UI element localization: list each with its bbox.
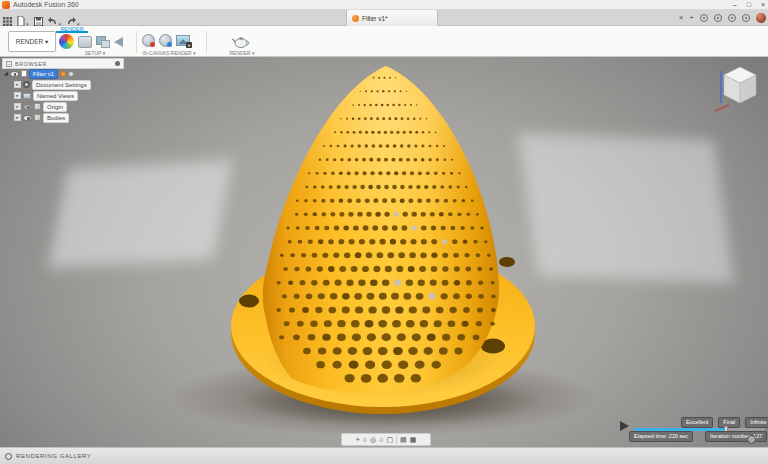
capture-image-icon[interactable]: + <box>176 35 190 46</box>
render-panel <box>232 34 250 48</box>
tab-bar: Filter v1* × + <box>0 10 768 26</box>
close-tab-button[interactable]: × <box>679 12 684 24</box>
render-play-button[interactable] <box>620 421 629 431</box>
browser-item-label[interactable]: Named Views <box>33 91 78 101</box>
expand-caret-icon[interactable]: ◢ <box>4 69 8 78</box>
browser-header[interactable]: − BROWSER <box>2 58 124 69</box>
new-tab-button[interactable]: + <box>689 12 694 24</box>
workspace-selector-button[interactable]: RENDER ▾ <box>8 31 56 52</box>
expand-arrow-icon[interactable]: ▸ <box>14 92 21 99</box>
title-bar: Autodesk Fusion 360 – □ × <box>0 0 768 10</box>
document-status-icon <box>352 15 359 22</box>
browser-item-label[interactable]: Origin <box>43 102 67 112</box>
named-views-icon <box>23 93 31 99</box>
document-tab-label: Filter v1* <box>362 15 388 22</box>
display-settings-icon[interactable]: ▤ <box>400 434 407 445</box>
setup-panel <box>59 34 123 49</box>
origin-folder-icon <box>34 103 41 110</box>
maximize-button[interactable]: □ <box>747 0 751 10</box>
save-button[interactable] <box>34 17 43 26</box>
fusion-logo-icon <box>2 1 10 9</box>
nav-separator <box>396 436 397 444</box>
in-canvas-render-panel: + <box>142 34 190 47</box>
grid-settings-icon[interactable]: ▦ <box>410 434 417 445</box>
data-panel-button[interactable] <box>3 17 12 26</box>
browser-panel: − BROWSER <box>2 58 124 69</box>
sync-status-icon <box>68 71 74 77</box>
in-canvas-render-group-label[interactable]: IN-CANVAS RENDER ▾ <box>138 50 200 56</box>
pan-icon[interactable]: + <box>356 434 360 445</box>
navigation-toolbar: + ○ ◎ ○ ▢ ▤ ▦ <box>341 433 431 446</box>
in-canvas-render-icon[interactable] <box>142 34 155 47</box>
visibility-eye-icon[interactable] <box>23 104 32 110</box>
bodies-folder-icon <box>34 114 41 121</box>
in-canvas-render-settings-icon[interactable] <box>159 34 172 47</box>
appearance-icon[interactable] <box>59 34 74 49</box>
ribbon-separator <box>206 31 207 53</box>
browser-root-label[interactable]: Filter v1 <box>29 69 58 79</box>
preferences-icon[interactable] <box>742 14 750 22</box>
ribbon-toolbar: RENDER ▾ RENDER SETUP ▾ + IN-CANVAS REND… <box>0 26 768 57</box>
fusion-window: Autodesk Fusion 360 – □ × <box>0 0 768 464</box>
notification-bell-icon[interactable] <box>728 14 736 22</box>
browser-row-bodies[interactable]: ▸ Bodies <box>14 113 69 122</box>
expand-arrow-icon[interactable]: ▸ <box>14 114 21 121</box>
close-button[interactable]: × <box>761 0 765 10</box>
visibility-eye-icon[interactable] <box>23 115 32 121</box>
iteration-number-badge: Iteration number: 127 <box>705 431 767 442</box>
help-icon[interactable] <box>714 14 722 22</box>
bolt-hole <box>239 295 259 308</box>
orbit-icon[interactable]: ○ <box>363 434 367 445</box>
zoom-icon[interactable]: ○ <box>379 434 383 445</box>
visibility-eye-icon[interactable] <box>10 71 19 77</box>
expand-arrow-icon[interactable]: ▸ <box>14 103 21 110</box>
scene-settings-icon[interactable] <box>78 36 92 48</box>
browser-item-label[interactable]: Document Settings <box>32 80 91 90</box>
browser-title: BROWSER <box>15 61 112 67</box>
quality-excellent-button[interactable]: Excellent <box>681 417 713 428</box>
viewport-canvas[interactable]: − BROWSER ◢ Filter v1 ▸ Document Setting… <box>0 57 768 447</box>
quality-infinite-button[interactable]: Infinite <box>745 417 768 428</box>
view-cube[interactable] <box>712 59 764 115</box>
render-status-badge <box>60 71 66 77</box>
document-icon <box>21 70 27 77</box>
ribbon-separator <box>136 31 137 53</box>
render-tab[interactable]: RENDER <box>56 26 88 33</box>
browser-root-row[interactable]: ◢ Filter v1 <box>4 69 74 78</box>
job-status-icon[interactable] <box>700 14 708 22</box>
render-teapot-icon[interactable] <box>232 34 250 48</box>
look-at-icon[interactable]: ◎ <box>370 434 376 445</box>
status-bar: RENDERING GALLERY <box>0 447 768 464</box>
setup-group-label[interactable]: SETUP ▾ <box>62 50 128 56</box>
bolt-hole <box>499 257 515 267</box>
document-tab[interactable]: Filter v1* <box>346 10 438 26</box>
window-title: Autodesk Fusion 360 <box>13 1 79 8</box>
viewport-help-icon[interactable] <box>747 435 756 444</box>
expand-arrow-icon[interactable]: ▸ <box>14 81 21 88</box>
browser-row-document-settings[interactable]: ▸ Document Settings <box>14 80 91 89</box>
elapsed-time-badge: Elapsed time: 220 sec <box>629 431 693 442</box>
fit-icon[interactable]: ▢ <box>386 434 393 445</box>
rendered-model <box>0 57 768 447</box>
rendering-gallery-icon[interactable] <box>5 453 12 460</box>
rendering-gallery-label[interactable]: RENDERING GALLERY <box>16 453 91 459</box>
minimize-button[interactable]: – <box>733 0 737 10</box>
browser-filter-icon[interactable] <box>115 61 120 66</box>
browser-row-named-views[interactable]: ▸ Named Views <box>14 91 78 100</box>
texture-map-icon[interactable] <box>114 37 123 47</box>
render-group-label[interactable]: RENDER ▾ <box>226 50 258 56</box>
browser-row-origin[interactable]: ▸ Origin <box>14 102 67 111</box>
user-avatar[interactable] <box>756 13 766 23</box>
gear-icon <box>23 81 30 88</box>
collapse-browser-icon[interactable]: − <box>6 61 12 67</box>
quality-final-button[interactable]: Final <box>718 417 740 428</box>
browser-item-label[interactable]: Bodies <box>43 113 69 123</box>
decal-icon[interactable] <box>96 36 110 48</box>
